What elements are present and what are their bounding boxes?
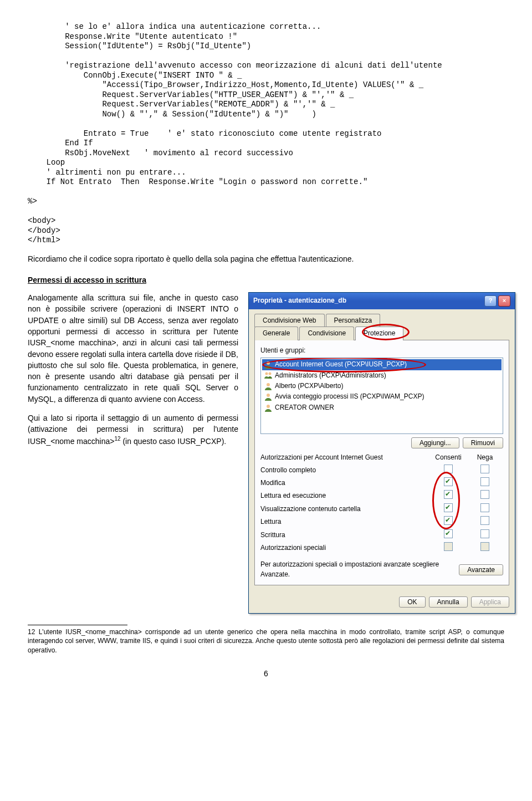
code-line: RsObj.MoveNext ' movimento al record suc…: [28, 149, 293, 157]
svg-point-2: [269, 373, 272, 375]
svg-point-4: [267, 394, 270, 397]
perm-name: Lettura ed esecuzione: [260, 491, 430, 501]
perm-name: Controllo completo: [260, 466, 430, 475]
svg-point-3: [267, 383, 270, 386]
remove-button[interactable]: Rimuovi: [463, 437, 503, 448]
footnote-separator: [28, 625, 127, 625]
code-line: Entrato = True ' e' stato riconosciuto c…: [28, 129, 382, 138]
user-item-admins[interactable]: Administrators (PCXP\Administrators): [262, 370, 502, 381]
checkbox-allow[interactable]: [444, 490, 453, 499]
cancel-button[interactable]: Annulla: [429, 596, 468, 608]
user-icon: [264, 360, 273, 369]
user-item-iusr[interactable]: Account Internet Guest (PCXP\IUSR_PCXP): [262, 359, 502, 370]
code-line: 'registrazione dell'avvenuto accesso con…: [28, 61, 442, 70]
tab-generale[interactable]: Generale: [254, 326, 298, 340]
advanced-button[interactable]: Avanzate: [459, 564, 503, 575]
users-groups-label: Utenti e gruppi:: [260, 346, 503, 355]
add-button[interactable]: Aggiungi...: [411, 437, 459, 448]
user-icon: [264, 382, 273, 391]
user-item-label: Account Internet Guest (PCXP\IUSR_PCXP): [275, 360, 407, 369]
checkbox-allow[interactable]: [444, 529, 453, 538]
body-paragraph-2c-text: (in questo caso IUSR_PCXP).: [121, 436, 227, 445]
code-line: Session("IdUtente") = RsObj("Id_Utente"): [28, 42, 251, 50]
perm-row-scrittura: Scrittura: [260, 529, 503, 542]
checkbox-allow[interactable]: [444, 477, 453, 486]
permissions-label: Autorizzazioni per Account Internet Gues…: [260, 453, 430, 462]
perm-name: Lettura: [260, 517, 430, 527]
help-button[interactable]: ?: [484, 295, 497, 307]
user-icon: [264, 392, 273, 401]
checkbox-deny[interactable]: [480, 477, 489, 486]
properties-dialog: Proprietà - autenticazione_db ? × Condiv…: [248, 292, 515, 614]
code-line: Loop: [28, 158, 65, 167]
body-paragraph-1: Ricordiamo che il codice sopra riportato…: [28, 253, 504, 264]
code-line: Request.ServerVariables("HTTP_USER_AGENT…: [28, 90, 354, 99]
user-item-label: Avvia conteggio processi IIS (PCXP\IWAM_…: [275, 392, 424, 401]
page-number: 6: [28, 668, 504, 679]
perm-row-visualizzazione: Visualizzazione contenuto cartella: [260, 503, 503, 516]
perm-name: Modifica: [260, 478, 430, 488]
svg-point-0: [267, 361, 270, 365]
code-line: ConnObj.Execute("INSERT INTO " & _: [28, 71, 242, 80]
column-nega: Nega: [467, 453, 503, 462]
svg-point-1: [265, 373, 268, 375]
checkbox-deny[interactable]: [480, 465, 489, 473]
checkbox-deny[interactable]: [480, 516, 489, 525]
perm-row-modifica: Modifica: [260, 477, 503, 489]
tab-protezione[interactable]: Protezione: [355, 326, 403, 340]
perm-row-lettura-esecuzione: Lettura ed esecuzione: [260, 489, 503, 502]
code-line: ' se lo e' allora indica una autenticazi…: [28, 22, 321, 31]
user-item-creator-owner[interactable]: CREATOR OWNER: [262, 402, 502, 413]
tab-personalizza[interactable]: Personalizza: [326, 314, 381, 327]
checkbox-deny[interactable]: [480, 490, 489, 499]
footnote-ref-12: 12: [114, 436, 120, 442]
section-title-permessi: Permessi di accesso in scrittura: [28, 274, 504, 285]
tab-condivisione-web[interactable]: Condivisione Web: [254, 314, 325, 327]
code-line: ' altrimenti non pu entrare...: [28, 168, 186, 177]
protezione-panel: Utenti e gruppi: Account Internet Guest …: [254, 340, 509, 585]
perm-row-lettura: Lettura: [260, 516, 503, 528]
code-line: Request.ServerVariables("REMOTE_ADDR") &…: [28, 100, 335, 109]
code-line: If Not Entrato Then Response.Write "Logi…: [28, 177, 367, 186]
code-line: Now() & "'," & Session("IdUtente") & ")"…: [28, 110, 316, 119]
user-item-label: Administrators (PCXP\Administrators): [275, 371, 386, 380]
checkbox-allow[interactable]: [444, 542, 453, 551]
user-item-iwam[interactable]: Avvia conteggio processi IIS (PCXP\IWAM_…: [262, 391, 502, 402]
users-listbox[interactable]: Account Internet Guest (PCXP\IUSR_PCXP) …: [260, 358, 503, 434]
perm-row-speciali: Autorizzazioni speciali: [260, 542, 503, 554]
code-line: </body>: [28, 226, 60, 235]
ok-button[interactable]: OK: [399, 596, 425, 608]
perm-name: Scrittura: [260, 530, 430, 540]
code-line: "Accessi(Tipo_Browser,Indirizzo_Host,Mom…: [28, 80, 423, 89]
dialog-title: Proprietà - autenticazione_db: [253, 296, 346, 305]
checkbox-allow[interactable]: [444, 465, 453, 473]
code-block: ' se lo e' allora indica una autenticazi…: [28, 22, 504, 246]
permissions-header: Autorizzazioni per Account Internet Gues…: [260, 453, 503, 462]
perm-name: Visualizzazione contenuto cartella: [260, 504, 430, 514]
body-paragraph-2b: Qui a lato si riporta il settaggio di un…: [28, 412, 238, 447]
checkbox-deny[interactable]: [480, 529, 489, 538]
user-item-label: CREATOR OWNER: [275, 403, 334, 412]
code-line: <body>: [28, 216, 55, 225]
advanced-text: Per autorizzazioni speciali o impostazio…: [260, 560, 454, 579]
code-line: Response.Write "Utente autenticato !": [28, 32, 237, 41]
checkbox-allow[interactable]: [444, 516, 453, 525]
footnote-12: 12 L'utente IUSR_<nome_macchina> corrisp…: [28, 627, 504, 655]
group-icon: [264, 371, 273, 380]
checkbox-allow[interactable]: [444, 503, 453, 512]
perm-name: Autorizzazioni speciali: [260, 543, 430, 553]
perm-row-controllo-completo: Controllo completo: [260, 464, 503, 477]
user-item-alberto[interactable]: Alberto (PCXP\Alberto): [262, 381, 502, 391]
checkbox-deny[interactable]: [480, 542, 489, 551]
body-paragraph-2a: Analogamente alla scrittura sui file, an…: [28, 292, 238, 405]
checkbox-deny[interactable]: [480, 503, 489, 512]
code-line: </html>: [28, 236, 60, 244]
footnote-number: 12: [28, 628, 35, 636]
apply-button[interactable]: Applica: [471, 596, 509, 608]
code-line: End If: [28, 139, 93, 147]
close-button[interactable]: ×: [498, 295, 510, 307]
footnote-text: L'utente IUSR_<nome_macchina> corrispond…: [28, 628, 504, 654]
tab-condivisione[interactable]: Condivisione: [299, 326, 354, 340]
user-item-label: Alberto (PCXP\Alberto): [275, 381, 343, 391]
title-bar[interactable]: Proprietà - autenticazione_db ? ×: [249, 293, 515, 309]
